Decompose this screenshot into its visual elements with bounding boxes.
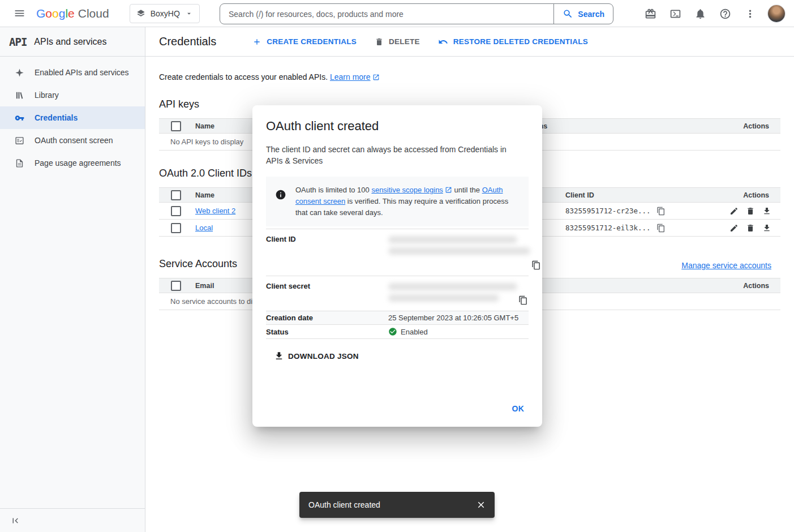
topbar: Google Cloud BoxyHQ Search (0, 0, 794, 27)
search-icon (563, 8, 573, 19)
search-button-label: Search (578, 10, 604, 19)
sidebar-header: API APIs and services (0, 27, 145, 57)
download-icon (762, 224, 771, 233)
sidebar-title: APIs and services (34, 37, 106, 47)
client-id-label: Client ID (266, 235, 388, 271)
client-id-row: Client ID (266, 229, 529, 276)
ok-button[interactable]: OK (508, 400, 529, 418)
select-all-checkbox[interactable] (171, 121, 181, 131)
oauth-client-name-link[interactable]: Web client 2 (195, 207, 235, 215)
learn-more-link[interactable]: Learn more (330, 72, 380, 81)
download-client-button[interactable] (762, 207, 771, 216)
sidebar-item-enabled-apis[interactable]: Enabled APIs and services (0, 61, 145, 84)
avatar[interactable] (768, 5, 785, 22)
creation-date-row: Creation date 25 September 2023 at 10:26… (266, 311, 529, 325)
gift-icon (645, 8, 656, 20)
status-badge: Enabled (388, 327, 428, 336)
undo-icon (438, 37, 448, 47)
search-input[interactable] (220, 4, 553, 24)
download-client-button[interactable] (762, 224, 771, 233)
info-icon (275, 189, 286, 200)
select-all-checkbox[interactable] (171, 281, 181, 291)
copy-client-id-button[interactable] (530, 259, 542, 271)
sidebar-item-label: Enabled APIs and services (35, 68, 129, 77)
status-label: Status (266, 328, 388, 336)
copy-icon (518, 295, 528, 305)
row-checkbox[interactable] (171, 206, 181, 216)
download-json-button[interactable]: DOWNLOAD JSON (269, 347, 363, 365)
agreements-icon (15, 158, 24, 168)
hamburger-icon (14, 7, 25, 19)
trash-icon (375, 37, 384, 46)
project-selector[interactable]: BoxyHQ (130, 4, 200, 23)
sensitive-scope-logins-link[interactable]: sensitive scope logins (371, 186, 452, 194)
client-secret-redacted (388, 282, 517, 306)
delete-client-button[interactable] (746, 224, 755, 233)
copy-client-id-button[interactable] (656, 207, 666, 216)
menu-button[interactable] (7, 1, 32, 26)
trash-icon (746, 224, 755, 233)
edit-client-button[interactable] (729, 224, 739, 233)
logo-letter: g (59, 7, 66, 20)
sidebar: API APIs and services Enabled APIs and s… (0, 27, 145, 532)
copy-icon (656, 207, 666, 216)
sidebar-item-library[interactable]: Library (0, 84, 145, 106)
close-icon (476, 500, 486, 510)
creation-date-value: 25 September 2023 at 10:26:05 GMT+5 (388, 314, 518, 322)
column-header-client-id: Client ID (565, 191, 729, 199)
client-secret-label: Client secret (266, 282, 388, 306)
delete-label: DELETE (389, 37, 420, 46)
google-cloud-logo: Google Cloud (36, 7, 109, 20)
create-credentials-label: CREATE CREDENTIALS (267, 37, 357, 46)
oauth-client-name-link[interactable]: Local (195, 224, 213, 232)
sidebar-item-page-usage-agreements[interactable]: Page usage agreements (0, 152, 145, 174)
sidebar-item-label: Library (35, 91, 59, 100)
more-options-button[interactable] (739, 2, 761, 25)
create-credentials-button[interactable]: CREATE CREDENTIALS (246, 32, 363, 52)
cloud-shell-button[interactable] (664, 2, 686, 25)
delete-client-button[interactable] (746, 207, 755, 216)
dialog-title: OAuth client created (266, 119, 529, 134)
download-icon (274, 351, 284, 361)
search-button[interactable]: Search (553, 4, 613, 24)
sidebar-item-credentials[interactable]: Credentials (0, 106, 145, 129)
sidebar-item-label: OAuth consent screen (35, 136, 113, 145)
sidebar-item-label: Page usage agreements (35, 158, 121, 168)
help-icon (719, 8, 731, 20)
logo-letter: o (45, 7, 52, 20)
help-button[interactable] (714, 2, 736, 25)
key-icon (15, 113, 24, 123)
snackbar: OAuth client created (299, 492, 495, 518)
copy-icon (531, 260, 541, 270)
notifications-button[interactable] (689, 2, 711, 25)
snackbar-close-button[interactable] (471, 495, 491, 515)
delete-button[interactable]: DELETE (368, 32, 427, 52)
oauth-limit-notice: OAuth is limited to 100 sensitive scope … (266, 177, 529, 226)
check-circle-icon (388, 327, 397, 336)
search-bar: Search (220, 3, 613, 24)
creation-date-label: Creation date (266, 314, 388, 322)
collapse-sidebar-button[interactable] (10, 516, 20, 526)
collapse-icon (10, 516, 20, 526)
select-all-checkbox[interactable] (171, 190, 181, 200)
row-checkbox[interactable] (171, 223, 181, 233)
intro-sentence: Create credentials to access your enable… (159, 72, 328, 81)
status-value: Enabled (401, 328, 428, 336)
edit-client-button[interactable] (729, 207, 739, 216)
free-trial-button[interactable] (639, 2, 662, 25)
column-header-actions: Actions (718, 122, 780, 130)
copy-client-secret-button[interactable] (517, 294, 529, 306)
restore-deleted-credentials-button[interactable]: RESTORE DELETED CREDENTIALS (431, 32, 595, 52)
column-header-actions: Actions (729, 191, 780, 199)
sidebar-item-oauth-consent[interactable]: OAuth consent screen (0, 129, 145, 152)
api-logo: API (9, 36, 27, 48)
client-id-redacted (388, 235, 530, 271)
topbar-actions (639, 0, 788, 27)
project-name: BoxyHQ (151, 9, 180, 18)
copy-client-id-button[interactable] (656, 224, 666, 233)
manage-service-accounts-link[interactable]: Manage service accounts (681, 261, 771, 270)
notice-text: OAuth is limited to 100 sensitive scope … (295, 185, 521, 218)
snackbar-message: OAuth client created (308, 500, 471, 509)
download-json-label: DOWNLOAD JSON (288, 352, 359, 361)
restore-label: RESTORE DELETED CREDENTIALS (453, 37, 588, 46)
